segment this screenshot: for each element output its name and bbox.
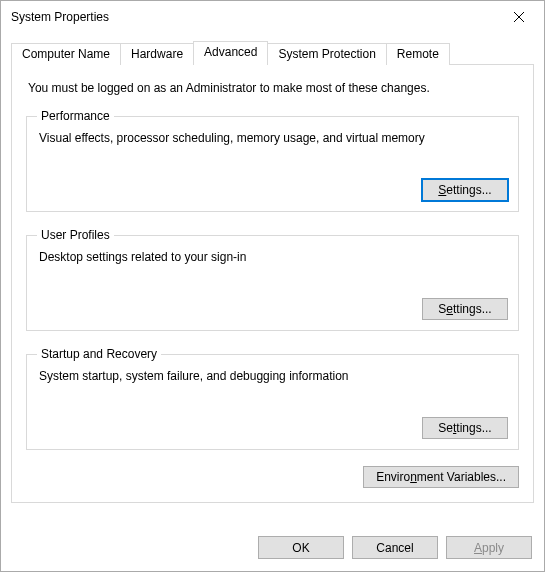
group-performance: Performance Visual effects, processor sc… [26,109,519,212]
startup-recovery-settings-button[interactable]: Settings... [422,417,508,439]
environment-variables-button[interactable]: Environment Variables... [363,466,519,488]
close-button[interactable] [498,3,540,31]
user-profiles-settings-button[interactable]: SSettings... [422,298,508,320]
system-properties-window: System Properties Computer Name Hardware… [0,0,545,572]
group-desc: Visual effects, processor scheduling, me… [39,131,508,145]
group-title: Startup and Recovery [37,347,161,361]
group-user-profiles: User Profiles Desktop settings related t… [26,228,519,331]
apply-button[interactable]: Apply [446,536,532,559]
group-title: User Profiles [37,228,114,242]
button-row: Settings... [37,417,508,439]
dialog-footer: OK Cancel Apply [1,526,544,571]
tab-label: Remote [397,47,439,61]
ok-button[interactable]: OK [258,536,344,559]
button-row: Settings... [37,179,508,201]
tab-remote[interactable]: Remote [386,43,450,65]
button-row: SSettings... [37,298,508,320]
tab-strip: Computer Name Hardware Advanced System P… [11,41,534,64]
performance-settings-button[interactable]: Settings... [422,179,508,201]
cancel-button[interactable]: Cancel [352,536,438,559]
tab-label: Hardware [131,47,183,61]
group-desc: System startup, system failure, and debu… [39,369,508,383]
group-startup-recovery: Startup and Recovery System startup, sys… [26,347,519,450]
tab-advanced[interactable]: Advanced [193,41,268,64]
tab-page-advanced: You must be logged on as an Administrato… [11,64,534,503]
tab-label: Computer Name [22,47,110,61]
close-icon [514,12,524,22]
titlebar: System Properties [1,1,544,33]
tab-system-protection[interactable]: System Protection [267,43,386,65]
group-title: Performance [37,109,114,123]
tab-label: Advanced [204,45,257,59]
content-area: Computer Name Hardware Advanced System P… [1,33,544,526]
window-title: System Properties [11,10,498,24]
tab-label: System Protection [278,47,375,61]
tab-hardware[interactable]: Hardware [120,43,194,65]
env-row: Environment Variables... [26,466,519,488]
tabs-container: Computer Name Hardware Advanced System P… [11,41,534,503]
tab-computer-name[interactable]: Computer Name [11,43,121,65]
group-desc: Desktop settings related to your sign-in [39,250,508,264]
admin-notice: You must be logged on as an Administrato… [28,81,519,95]
